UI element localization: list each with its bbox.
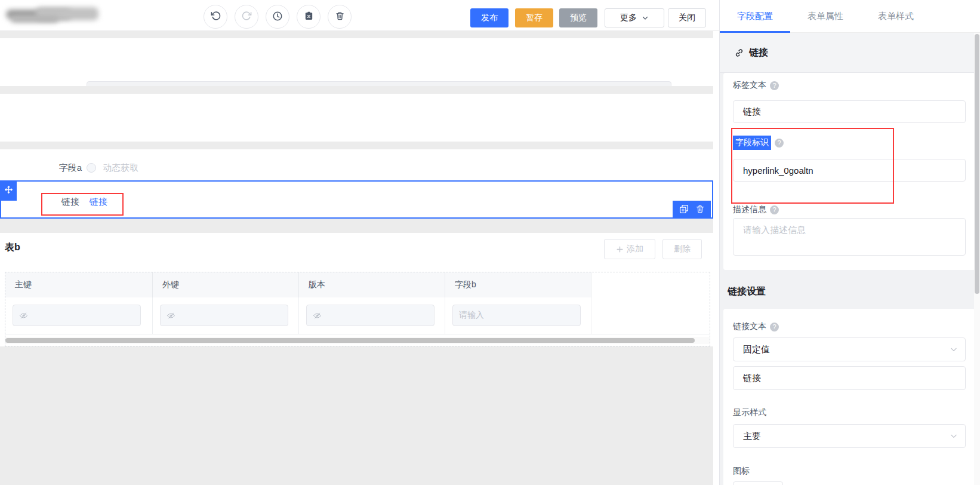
panel-component-title: 链接: [749, 47, 768, 59]
duplicate-icon[interactable]: [679, 204, 689, 216]
more-button-label: 更多: [620, 13, 637, 23]
drag-handle[interactable]: [0, 180, 17, 201]
trash-icon: [335, 11, 345, 23]
subtable-header-row: 主键 外键 版本 字段b: [5, 272, 710, 297]
field-row-version[interactable]: 版本: [0, 94, 713, 142]
link-field-value[interactable]: 链接: [90, 197, 107, 208]
field-key-input[interactable]: hyperlink_0goaltn: [733, 159, 966, 182]
link-text-mode-select[interactable]: 固定值: [733, 337, 966, 361]
icon-field-input[interactable]: [733, 481, 783, 485]
subtable: 主键 外键 版本 字段b 请输入: [5, 272, 710, 346]
selected-component-link[interactable]: 链接 链接: [0, 180, 713, 219]
label-text-label: 标签文本: [733, 80, 779, 91]
delete-component-icon[interactable]: [695, 204, 705, 216]
link-text: 链接文本: [733, 321, 766, 332]
hidden-input[interactable]: [13, 305, 141, 326]
clear-board-icon: [304, 11, 314, 23]
link-text-label: 链接文本: [733, 321, 779, 332]
panel-tabs: 字段配置 表单属性 表单样式: [720, 0, 980, 33]
panel-scrollbar-thumb[interactable]: [975, 34, 979, 294]
column-header-empty: [591, 272, 710, 297]
table-cell: [153, 297, 299, 334]
hidden-input[interactable]: [160, 305, 288, 326]
clear-board-button[interactable]: [297, 5, 320, 29]
panel-scrollbar: [974, 33, 980, 485]
column-header: 字段b: [445, 272, 591, 297]
canvas-gap: [0, 142, 713, 149]
field-config-card: 标签文本 链接 字段标识 hyperlink_0goaltn 描述信息 请输入描…: [723, 73, 975, 270]
hidden-input[interactable]: [306, 305, 434, 326]
subtable-title: 表b: [5, 241, 20, 254]
tab-field-config[interactable]: 字段配置: [720, 0, 790, 33]
column-header: 版本: [299, 272, 445, 297]
table-delete-button[interactable]: 删除: [662, 239, 702, 259]
label-text-input[interactable]: 链接: [733, 100, 966, 123]
canvas-background: [0, 346, 713, 485]
component-action-bar: [673, 201, 711, 219]
display-style-label: 显示样式: [733, 407, 766, 418]
more-button[interactable]: 更多: [605, 8, 664, 27]
help-icon[interactable]: [775, 139, 784, 148]
field-row-field-a[interactable]: 字段a 动态获取: [0, 149, 713, 180]
move-icon: [4, 185, 13, 196]
panel-component-header: 链接: [720, 33, 975, 73]
horizontal-scrollbar-thumb[interactable]: [5, 338, 695, 343]
table-cell-empty: [591, 297, 710, 334]
radio-dynamic-fetch[interactable]: [87, 163, 96, 173]
link-settings-title: 链接设置: [728, 286, 766, 298]
tab-form-properties[interactable]: 表单属性: [790, 0, 861, 33]
help-icon[interactable]: [770, 81, 779, 90]
help-icon[interactable]: [770, 205, 779, 214]
close-button[interactable]: 关闭: [668, 8, 706, 27]
canvas-gap: [0, 86, 713, 94]
eye-off-icon: [313, 311, 322, 320]
chevron-down-icon: [950, 432, 958, 440]
field-row-primary-key[interactable]: 主键: [0, 38, 713, 86]
help-icon[interactable]: [770, 323, 779, 331]
table-cell: [299, 297, 445, 334]
design-canvas: 发布 暂存 预览 更多 关闭 主键 版本: [0, 0, 719, 485]
icon-field-label: 图标: [733, 466, 750, 477]
subtable-body-row: 请输入: [5, 297, 710, 334]
field-key-label-selected-text: 字段标识: [733, 136, 771, 150]
field-key-label: 字段标识: [733, 136, 784, 150]
display-style-value: 主要: [743, 431, 761, 442]
description-textarea[interactable]: 请输入描述信息: [733, 218, 966, 256]
radio-label: 动态获取: [103, 162, 138, 174]
publish-button[interactable]: 发布: [470, 8, 509, 27]
preview-button[interactable]: 预览: [559, 8, 597, 27]
description-label: 描述信息: [733, 204, 779, 215]
undo-button[interactable]: [204, 5, 227, 29]
config-panel: 字段配置 表单属性 表单样式 链接 标签文本 链接 字段标识 hyperlink…: [719, 0, 980, 485]
icon-field-text: 图标: [733, 466, 750, 477]
text-input[interactable]: 请输入: [452, 305, 581, 326]
redo-button[interactable]: [235, 5, 258, 29]
table-cell: 请输入: [445, 297, 591, 334]
plus-icon: [616, 245, 624, 253]
history-button[interactable]: [266, 5, 289, 29]
form-designer-app: 发布 暂存 预览 更多 关闭 主键 版本: [0, 0, 980, 485]
table-cell: [5, 297, 153, 334]
tab-form-style[interactable]: 表单样式: [861, 0, 931, 33]
table-add-label: 添加: [627, 244, 643, 254]
link-text-value-input[interactable]: 链接: [733, 366, 966, 390]
column-header: 主键: [5, 272, 153, 297]
top-toolbar: 发布 暂存 预览 更多 关闭: [0, 0, 719, 31]
redo-icon: [242, 11, 252, 23]
delete-all-button[interactable]: [328, 5, 352, 29]
save-draft-button[interactable]: 暂存: [515, 8, 553, 27]
eye-off-icon: [19, 311, 28, 320]
label-text: 标签文本: [733, 80, 766, 91]
display-style-select[interactable]: 主要: [733, 424, 966, 448]
eye-off-icon: [167, 311, 175, 320]
canvas-gap: [0, 219, 713, 233]
chevron-down-icon: [950, 345, 958, 354]
description-text: 描述信息: [733, 204, 766, 215]
column-header: 外键: [153, 272, 299, 297]
undo-icon: [211, 11, 221, 23]
field-label: 字段a: [40, 162, 82, 174]
table-delete-label: 删除: [674, 244, 691, 254]
history-icon: [272, 11, 283, 23]
horizontal-scrollbar: [5, 337, 710, 344]
table-add-button[interactable]: 添加: [604, 239, 655, 259]
